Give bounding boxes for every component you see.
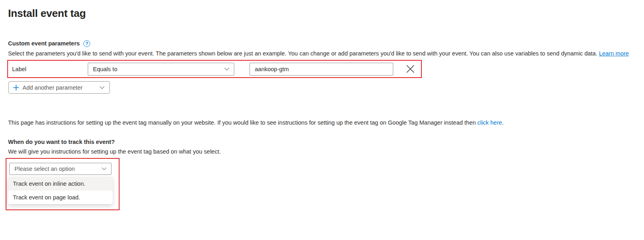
custom-event-parameters-heading: Custom event parameters xyxy=(8,40,80,47)
add-parameter-button-label: Add another parameter xyxy=(23,84,83,91)
parameter-row-annotation-box: Label Equals to xyxy=(7,60,422,78)
tracking-options-panel: Track event on inline action. Track even… xyxy=(8,177,113,204)
instructions-text: This page has instructions for setting u… xyxy=(8,119,476,126)
parameters-description-text: Select the parameters you'd like to send… xyxy=(8,50,597,57)
track-event-heading: When do you want to track this event? xyxy=(8,138,644,146)
install-event-tag-page: Install event tag Custom event parameter… xyxy=(0,0,644,240)
parameter-value-input[interactable] xyxy=(250,63,393,76)
option-track-page-load[interactable]: Track event on page load. xyxy=(8,191,113,204)
tracking-select[interactable]: Please select an option xyxy=(9,163,111,175)
chevron-down-icon xyxy=(101,167,107,170)
plus-icon xyxy=(13,84,19,91)
operator-select[interactable]: Equals to xyxy=(88,63,234,76)
tracking-select-placeholder: Please select an option xyxy=(14,166,75,172)
chevron-down-icon xyxy=(99,86,105,89)
remove-parameter-button[interactable] xyxy=(406,64,415,74)
help-icon[interactable]: ? xyxy=(83,40,90,47)
tracking-select-annotation-box: Please select an option Track event on i… xyxy=(6,158,120,210)
add-parameter-button[interactable]: Add another parameter xyxy=(8,81,110,94)
learn-more-link[interactable]: Learn more xyxy=(599,50,629,57)
chevron-down-icon xyxy=(224,68,229,71)
close-x-icon xyxy=(406,64,415,74)
custom-event-parameters-heading-row: Custom event parameters ? xyxy=(8,40,644,47)
instructions-period: . xyxy=(502,119,504,126)
operator-select-value: Equals to xyxy=(93,66,117,72)
parameter-name-label: Label xyxy=(12,66,88,72)
track-event-subtext: We will give you instructions for settin… xyxy=(8,148,644,155)
option-track-inline-action[interactable]: Track event on inline action. xyxy=(8,177,113,191)
manual-setup-instructions: This page has instructions for setting u… xyxy=(8,119,644,126)
page-title: Install event tag xyxy=(8,7,644,20)
click-here-link[interactable]: click here xyxy=(477,119,502,126)
parameters-description: Select the parameters you'd like to send… xyxy=(8,50,644,57)
